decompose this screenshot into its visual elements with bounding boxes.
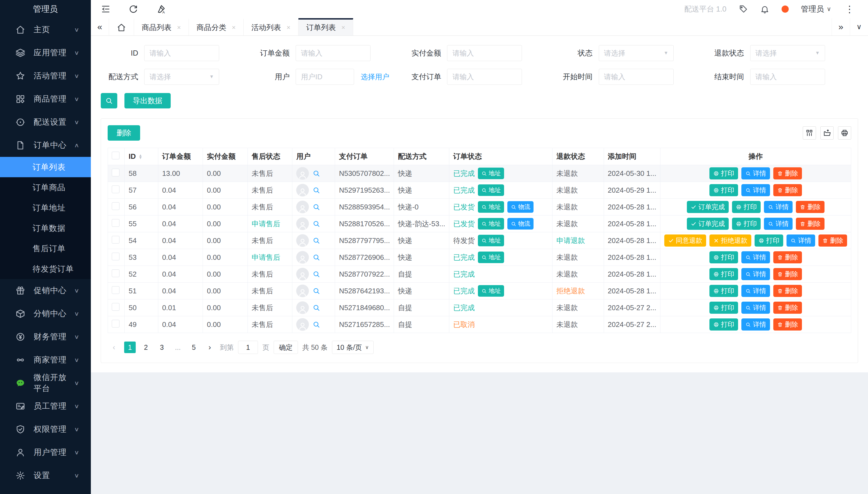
print-button[interactable]: 打印 (755, 234, 783, 247)
view-user-icon[interactable] (312, 186, 320, 194)
filter-select-配送方式[interactable]: 请选择▼ (144, 69, 219, 85)
address-button[interactable]: 地址 (478, 218, 504, 229)
user-menu[interactable]: 管理员 ∨ (801, 4, 831, 14)
prev-page-button[interactable]: ‹ (108, 342, 120, 353)
print-button[interactable]: 打印 (710, 318, 738, 330)
delete-button[interactable]: 删除 (818, 234, 847, 247)
detail-button[interactable]: 详情 (787, 234, 815, 247)
filter-input-订单金额[interactable] (301, 49, 365, 58)
sidebar-item-goods-manage[interactable]: 商品管理∨ (0, 88, 91, 111)
select-all-checkbox[interactable] (112, 152, 119, 159)
page-button-1[interactable]: 1 (124, 342, 136, 353)
column-setting-icon[interactable] (803, 126, 816, 139)
sidebar-item-home[interactable]: 主页∨ (0, 18, 91, 41)
agree-refund-button[interactable]: 同意退款 (664, 234, 706, 247)
delete-button[interactable]: 删除 (773, 184, 802, 196)
view-user-icon[interactable] (312, 270, 320, 278)
sidebar-item-app-manage[interactable]: 应用管理∨ (0, 41, 91, 64)
sort-icon[interactable]: ▲▼ (138, 154, 142, 159)
more-menu-icon[interactable]: ⋮ (843, 4, 856, 15)
row-checkbox[interactable] (112, 253, 119, 260)
close-icon[interactable]: × (341, 24, 345, 31)
sidebar-collapse-icon[interactable] (101, 4, 111, 14)
order-complete-button[interactable]: 订单完成 (687, 218, 729, 230)
delete-button[interactable]: 删除 (773, 302, 802, 314)
filter-input-结束时间[interactable] (755, 73, 820, 81)
delete-button[interactable]: 删除 (796, 201, 825, 213)
theme-brush-icon[interactable] (156, 4, 166, 14)
address-button[interactable]: 地址 (478, 201, 504, 213)
sidebar-item-merchant-manage[interactable]: 商家管理∨ (0, 348, 91, 372)
print-table-icon[interactable] (838, 126, 851, 139)
sidebar-item-staff-manage[interactable]: 员工管理∨ (0, 395, 91, 418)
filter-input-用户[interactable] (301, 73, 349, 81)
delete-button[interactable]: 删除 (773, 268, 802, 280)
close-icon[interactable]: × (177, 24, 181, 31)
address-button[interactable]: 地址 (478, 235, 504, 246)
address-button[interactable]: 地址 (478, 251, 504, 263)
tabs-scroll-left[interactable]: « (91, 18, 109, 36)
filter-select-退款状态[interactable]: 请选择▼ (750, 45, 825, 61)
address-button[interactable]: 地址 (478, 285, 504, 297)
detail-button[interactable]: 详情 (741, 285, 770, 297)
print-button[interactable]: 打印 (710, 167, 738, 179)
sidebar-item-settings[interactable]: 设置∨ (0, 464, 91, 487)
tag-icon[interactable] (739, 4, 748, 14)
print-button[interactable]: 打印 (710, 285, 738, 297)
row-checkbox[interactable] (112, 202, 119, 210)
tab-home[interactable] (109, 18, 134, 36)
bell-icon[interactable] (760, 4, 770, 14)
detail-button[interactable]: 详情 (741, 268, 770, 280)
row-checkbox[interactable] (112, 303, 119, 311)
delete-button[interactable]: 删除 (773, 167, 802, 179)
view-user-icon[interactable] (312, 287, 320, 295)
sidebar-item-activity-manage[interactable]: 活动管理∨ (0, 64, 91, 88)
sidebar-item-wechat-platform[interactable]: 微信开放平台∨ (0, 372, 91, 395)
export-data-icon[interactable] (820, 126, 834, 139)
row-checkbox[interactable] (112, 320, 119, 327)
detail-button[interactable]: 详情 (741, 302, 770, 314)
sidebar-subitem-订单地址[interactable]: 订单地址 (0, 197, 91, 218)
export-data-button[interactable]: 导出数据 (125, 93, 171, 109)
print-button[interactable]: 打印 (732, 218, 761, 230)
tab-订单列表[interactable]: 订单列表× (298, 18, 353, 36)
detail-button[interactable]: 详情 (741, 251, 770, 263)
order-complete-button[interactable]: 订单完成 (687, 201, 729, 213)
detail-button[interactable]: 详情 (764, 218, 793, 230)
sidebar-subitem-订单数据[interactable]: 订单数据 (0, 218, 91, 238)
reject-refund-button[interactable]: 拒绝退款 (710, 234, 751, 247)
sidebar-item-permission-manage[interactable]: 权限管理∨ (0, 418, 91, 441)
row-checkbox[interactable] (112, 269, 119, 277)
delete-button[interactable]: 删除 (773, 318, 802, 330)
filter-input-支付订单[interactable] (452, 73, 517, 81)
sidebar-item-user-manage[interactable]: 用户管理∨ (0, 441, 91, 464)
detail-button[interactable]: 详情 (764, 201, 793, 213)
address-button[interactable]: 地址 (478, 168, 504, 179)
filter-input-开始时间[interactable] (604, 73, 668, 81)
sidebar-subitem-订单商品[interactable]: 订单商品 (0, 177, 91, 197)
sidebar-subitem-待发货订单[interactable]: 待发货订单 (0, 259, 91, 279)
detail-button[interactable]: 详情 (741, 318, 770, 330)
row-checkbox[interactable] (112, 169, 119, 176)
row-checkbox[interactable] (112, 236, 119, 244)
view-user-icon[interactable] (312, 236, 320, 245)
view-user-icon[interactable] (312, 203, 320, 211)
sidebar-subitem-售后订单[interactable]: 售后订单 (0, 238, 91, 259)
close-icon[interactable]: × (232, 24, 235, 31)
address-button[interactable]: 地址 (478, 184, 504, 196)
print-button[interactable]: 打印 (710, 302, 738, 314)
delete-button[interactable]: 删除 (773, 251, 802, 263)
sidebar-item-order-center[interactable]: 订单中心∧ (0, 134, 91, 157)
tab-商品列表[interactable]: 商品列表× (134, 18, 189, 36)
select-user-link[interactable]: 选择用户 (361, 72, 389, 82)
tab-活动列表[interactable]: 活动列表× (244, 18, 298, 36)
delete-button[interactable]: 删除 (773, 285, 802, 297)
jump-confirm-button[interactable]: 确定 (273, 341, 298, 354)
view-user-icon[interactable] (312, 320, 320, 329)
batch-delete-button[interactable]: 删除 (108, 125, 140, 140)
refresh-icon[interactable] (128, 4, 138, 14)
row-checkbox[interactable] (112, 286, 119, 294)
view-user-icon[interactable] (312, 220, 320, 228)
tabs-menu-toggle[interactable]: ∨ (850, 18, 868, 36)
logistics-button[interactable]: 物流 (507, 201, 533, 213)
